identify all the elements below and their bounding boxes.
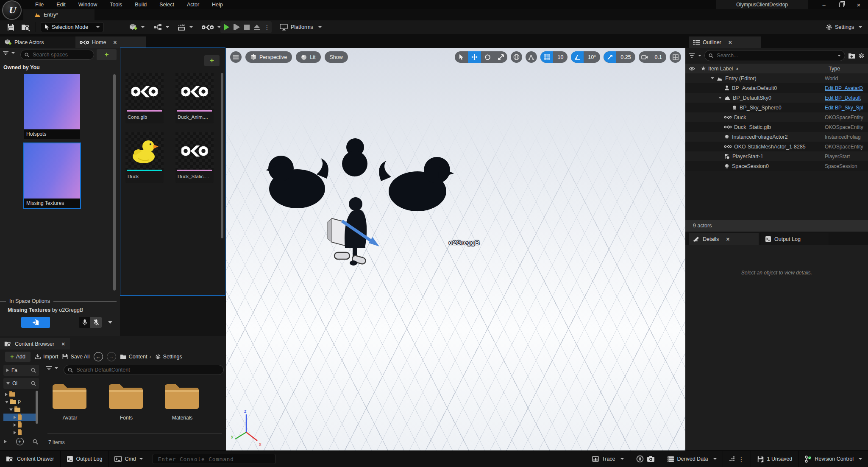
viewport-layout-button[interactable] (670, 51, 681, 63)
unsaved-button[interactable]: 1 Unsaved (751, 451, 799, 467)
asset-card[interactable]: Cone.glb (125, 73, 164, 123)
outliner-row[interactable]: SpaceSession0 SpaceSession (685, 161, 868, 171)
selection-mode-dropdown[interactable]: Selection Mode (41, 22, 103, 32)
resource-grid-icon[interactable] (729, 456, 735, 462)
spaces-search-input[interactable] (32, 51, 90, 58)
rotation-snap-control[interactable]: 10° (571, 51, 600, 63)
viewport[interactable]: z y x o2GreggB Perspective Lit Show (226, 48, 685, 450)
folder-fonts[interactable]: Fonts (107, 381, 145, 421)
close-button[interactable]: × (851, 0, 867, 9)
outliner-row[interactable]: PlayerStart-1 PlayerStart (685, 151, 868, 161)
quick-add-dropdown[interactable] (129, 22, 145, 32)
settings-dropdown[interactable]: Settings (826, 22, 862, 32)
outliner-row[interactable]: OKO-StaticMeshActor_1-8285 OKOSpaceEntit… (685, 142, 868, 151)
select-tool-button[interactable] (455, 51, 468, 63)
tab-output-log[interactable]: Output Log (761, 233, 829, 245)
outliner-row[interactable]: BP_Sky_Sphere0 Edit BP_Sky_Spl (685, 103, 868, 112)
outliner-row[interactable]: Duck OKOSpaceEntity (685, 112, 868, 122)
import-button[interactable]: Import (34, 353, 58, 360)
asset-card[interactable]: Duck (125, 132, 164, 183)
expander-icon[interactable] (718, 97, 722, 99)
space-card[interactable]: Missing Textures (24, 143, 80, 208)
tab-details[interactable]: Details × (689, 233, 759, 245)
menu-file[interactable]: File (29, 0, 50, 9)
back-button[interactable]: ← (94, 352, 103, 361)
outliner-search-input[interactable] (716, 52, 833, 59)
close-icon[interactable]: × (61, 341, 65, 347)
tree-item[interactable] (3, 421, 36, 429)
tree-item[interactable] (3, 429, 36, 436)
outliner-row[interactable]: BP_DefaultSky0 Edit BP_Default (685, 93, 868, 103)
surface-snapping-button[interactable] (526, 51, 537, 63)
perspective-dropdown[interactable]: Perspective (245, 51, 292, 63)
asset-card[interactable]: Duck_Anim.... (175, 73, 214, 123)
console-command-field[interactable] (153, 454, 275, 464)
menu-build[interactable]: Build (128, 0, 153, 9)
menu-edit[interactable]: Edit (50, 0, 72, 9)
save-button[interactable] (4, 20, 17, 34)
cb-filter[interactable] (46, 366, 58, 371)
add-source-button[interactable]: + (16, 438, 24, 445)
camera-speed-control[interactable]: 0.1 (639, 51, 666, 63)
blueprints-dropdown[interactable] (153, 22, 169, 32)
cb-settings-button[interactable]: Settings (155, 354, 182, 360)
leave-space-button[interactable] (21, 317, 50, 328)
actor-type[interactable]: Edit BP_Sky_Spl (825, 105, 868, 111)
outliner-search[interactable] (704, 50, 845, 61)
oko-tools-dropdown[interactable] (202, 22, 221, 32)
cinematics-dropdown[interactable] (177, 22, 193, 32)
expander-icon[interactable] (4, 440, 7, 443)
move-tool-button[interactable] (468, 51, 481, 63)
restore-button[interactable] (833, 0, 849, 9)
close-icon[interactable]: × (113, 39, 117, 46)
actor-type[interactable]: Edit BP_AvatarD (825, 85, 868, 91)
sources-collapsed[interactable]: Ol (3, 378, 39, 389)
tree-item[interactable] (3, 391, 36, 398)
platforms-dropdown[interactable]: Platforms (280, 22, 322, 32)
play-button[interactable] (224, 24, 229, 31)
show-dropdown[interactable]: Show (325, 51, 348, 63)
tree-item[interactable] (3, 406, 36, 414)
spaces-filter[interactable] (3, 50, 15, 56)
assets-scrollbar[interactable] (221, 73, 223, 238)
viewport-options-button[interactable] (230, 51, 242, 63)
expander-icon[interactable] (711, 77, 714, 79)
type-column[interactable]: Type (825, 66, 868, 72)
screenshot-icon[interactable] (647, 456, 655, 462)
cb-search[interactable] (64, 365, 224, 375)
tree-item[interactable]: P (3, 398, 36, 406)
menu-tools[interactable]: Tools (103, 0, 128, 9)
add-asset-button[interactable]: + (204, 55, 220, 66)
grid-snap-control[interactable]: 10 (540, 51, 568, 63)
minimize-button[interactable]: – (816, 0, 832, 9)
outliner-row[interactable]: InstancedFoliageActor2 InstancedFoliag (685, 132, 868, 142)
mic-muted-button[interactable] (90, 317, 102, 328)
frame-skip-button[interactable] (234, 24, 240, 30)
mic-on-button[interactable] (79, 317, 90, 328)
outliner-row[interactable]: BP_AvatarDefault0 Edit BP_AvatarD (685, 83, 868, 93)
space-card[interactable]: Hotspots (24, 74, 80, 139)
spaces-scrollbar[interactable] (113, 74, 116, 291)
scale-tool-button[interactable] (494, 51, 507, 63)
voice-options-chevron-icon[interactable] (108, 321, 112, 324)
eject-button[interactable] (254, 25, 260, 30)
menu-select[interactable]: Select (153, 0, 181, 9)
folder-materials[interactable]: Materials (163, 381, 201, 421)
tree-item-selected[interactable] (3, 414, 36, 421)
pause-circle-icon[interactable] (636, 455, 644, 463)
cb-search-input[interactable] (75, 366, 220, 373)
tab-outliner[interactable]: Outliner × (689, 36, 761, 48)
scale-snap-control[interactable]: 0.25 (604, 51, 635, 63)
tab-place-actors[interactable]: Place Actors (0, 36, 75, 48)
play-options-kebab-icon[interactable]: ⋮ (264, 24, 270, 30)
breadcrumb[interactable]: Content › (120, 354, 151, 360)
tab-content-browser[interactable]: Content Browser × (0, 338, 70, 350)
folder-avatar[interactable]: Avatar (51, 381, 89, 421)
more-options-kebab-icon[interactable]: ⋮ (738, 456, 745, 462)
derived-data-dropdown[interactable]: Derived Data (661, 451, 723, 467)
outliner-row[interactable]: Duck_Static.glb OKOSpaceEntity (685, 122, 868, 132)
save-all-button[interactable]: Save All (62, 353, 89, 360)
new-folder-icon[interactable] (848, 53, 855, 59)
menu-help[interactable]: Help (206, 0, 229, 9)
actor-type[interactable]: Edit BP_Default (825, 95, 868, 101)
